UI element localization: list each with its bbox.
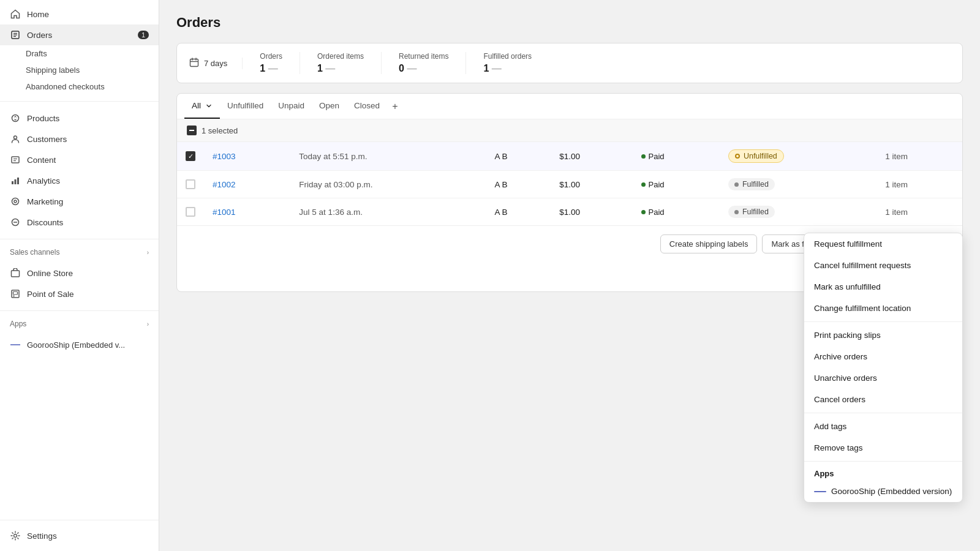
order-id-1001[interactable]: #1001 xyxy=(213,208,236,217)
svg-point-22 xyxy=(14,534,17,538)
online-store-label: Online Store xyxy=(27,269,73,278)
sidebar-item-customers[interactable]: Customers xyxy=(0,129,159,149)
svg-rect-23 xyxy=(190,59,198,66)
order-amount-1001: $1.00 xyxy=(551,198,632,226)
fulfillment-badge-1001: Fulfilled xyxy=(728,206,775,218)
stats-returned-items-value: 0 — xyxy=(399,63,448,74)
tab-open[interactable]: Open xyxy=(312,94,347,119)
stats-ordered-items-value: 1 — xyxy=(317,63,364,74)
dropdown-item-change-fulfillment-location[interactable]: Change fulfillment location xyxy=(804,298,962,319)
dropdown-item-cancel-orders[interactable]: Cancel orders xyxy=(804,389,962,410)
tab-closed[interactable]: Closed xyxy=(347,94,387,119)
online-store-icon xyxy=(10,268,21,279)
main-area: Orders 7 days Orders 1 — Ordered items 1… xyxy=(159,0,980,551)
sidebar-item-products[interactable]: Products xyxy=(0,108,159,129)
sidebar-sub-orders: Drafts Shipping labels Abandoned checkou… xyxy=(0,45,159,95)
stats-orders-label: Orders xyxy=(260,52,282,61)
sidebar-divider-3 xyxy=(0,310,159,311)
main-content: Orders 7 days Orders 1 — Ordered items 1… xyxy=(159,0,980,551)
table-row: #1001 Jul 5 at 1:36 a.m. A B $1.00 Paid xyxy=(177,198,962,226)
page-title: Orders xyxy=(176,15,963,31)
sidebar-item-shipping-labels[interactable]: Shipping labels xyxy=(26,62,159,78)
sidebar-item-abandoned-checkouts[interactable]: Abandoned checkouts xyxy=(26,78,159,95)
row-checkbox-1003[interactable]: ✓ xyxy=(186,151,195,161)
products-label: Products xyxy=(27,114,59,123)
sidebar-item-online-store[interactable]: Online Store xyxy=(0,263,159,283)
stats-ordered-items-label: Ordered items xyxy=(317,52,364,61)
settings-icon xyxy=(10,530,21,541)
goorooship-label: GoorooShip (Embedded v... xyxy=(27,340,125,350)
stats-returned-items-label: Returned items xyxy=(399,52,448,61)
dropdown-item-goorooship[interactable]: GoorooShip (Embedded version) xyxy=(804,481,962,502)
order-id-1003[interactable]: #1003 xyxy=(213,152,236,161)
sidebar-item-content[interactable]: Content xyxy=(0,149,159,170)
order-date-1001: Jul 5 at 1:36 a.m. xyxy=(290,198,486,226)
goorooship-icon: — xyxy=(10,339,21,350)
payment-badge-1001: Paid xyxy=(641,208,665,217)
dropdown-item-cancel-fulfillment-requests[interactable]: Cancel fulfillment requests xyxy=(804,255,962,276)
svg-rect-8 xyxy=(12,157,19,163)
stats-returned-items: Returned items 0 — xyxy=(382,52,466,74)
customers-label: Customers xyxy=(27,135,67,144)
products-icon xyxy=(10,113,21,124)
payment-badge-1002: Paid xyxy=(641,180,665,189)
tab-unfulfilled[interactable]: Unfulfilled xyxy=(220,94,271,119)
tab-unpaid[interactable]: Unpaid xyxy=(271,94,312,119)
marketing-label: Marketing xyxy=(27,197,63,206)
tabs-bar: All Unfulfilled Unpaid Open Closed + xyxy=(177,94,962,119)
dropdown-item-unarchive-orders[interactable]: Unarchive orders xyxy=(804,367,962,389)
sidebar-item-analytics[interactable]: Analytics xyxy=(0,170,159,191)
sales-channels-arrow[interactable]: › xyxy=(147,249,149,256)
svg-rect-18 xyxy=(12,271,20,277)
row-checkbox-1002[interactable] xyxy=(186,179,195,189)
stats-orders: Orders 1 — xyxy=(243,52,300,74)
pos-icon xyxy=(10,288,21,299)
stats-fulfilled-orders-value: 1 — xyxy=(483,63,532,74)
sidebar-item-marketing[interactable]: Marketing xyxy=(0,191,159,212)
orders-badge: 1 xyxy=(138,31,149,39)
create-shipping-labels-button[interactable]: Create shipping labels xyxy=(660,234,758,253)
sidebar-item-drafts[interactable]: Drafts xyxy=(26,45,159,62)
tab-add-button[interactable]: + xyxy=(387,95,402,118)
paid-dot xyxy=(641,210,646,214)
sidebar-sales-channels: Online Store Point of Sale xyxy=(0,259,159,308)
stats-fulfilled-orders-label: Fulfilled orders xyxy=(483,52,532,61)
order-amount-1003: $1.00 xyxy=(551,142,632,171)
sidebar-item-point-of-sale[interactable]: Point of Sale xyxy=(0,283,159,304)
dropdown-item-remove-tags[interactable]: Remove tags xyxy=(804,437,962,459)
goorooship-app-label: GoorooShip (Embedded version) xyxy=(831,487,952,496)
order-items-1002: 1 item xyxy=(876,171,962,198)
goorooship-app-icon xyxy=(814,491,826,492)
tab-all[interactable]: All xyxy=(184,94,220,119)
order-amount-1002: $1.00 xyxy=(551,171,632,198)
dropdown-item-add-tags[interactable]: Add tags xyxy=(804,416,962,437)
payment-badge-1003: Paid xyxy=(641,152,665,161)
sidebar-item-settings[interactable]: Settings xyxy=(0,525,159,546)
sidebar-item-home[interactable]: Home xyxy=(0,4,159,24)
stats-period: 7 days xyxy=(189,58,243,69)
sidebar-sales-channels-section: Sales channels › xyxy=(0,242,159,259)
stats-fulfilled-orders: Fulfilled orders 1 — xyxy=(466,52,549,74)
sidebar-item-discounts[interactable]: Discounts xyxy=(0,212,159,233)
dropdown-item-print-packing-slips[interactable]: Print packing slips xyxy=(804,324,962,346)
selection-bar: 1 selected xyxy=(177,119,962,142)
content-icon xyxy=(10,154,21,165)
svg-marker-6 xyxy=(14,119,17,121)
row-checkbox-1001[interactable] xyxy=(186,207,195,217)
sidebar-item-orders[interactable]: Orders 1 xyxy=(0,24,159,45)
apps-arrow[interactable]: › xyxy=(147,321,149,328)
order-id-1002[interactable]: #1002 xyxy=(213,180,236,189)
discounts-icon xyxy=(10,217,21,228)
discounts-label: Discounts xyxy=(27,218,63,227)
sidebar-item-goorooship[interactable]: — GoorooShip (Embedded v... xyxy=(0,334,159,355)
table-row: #1002 Friday at 03:00 p.m. A B $1.00 Pai… xyxy=(177,171,962,198)
fulfilled-dot xyxy=(734,182,739,187)
orders-icon xyxy=(10,29,21,40)
dropdown-item-mark-as-unfulfilled[interactable]: Mark as unfulfilled xyxy=(804,276,962,298)
marketing-icon xyxy=(10,196,21,207)
abandoned-checkouts-label: Abandoned checkouts xyxy=(26,82,105,91)
dropdown-item-archive-orders[interactable]: Archive orders xyxy=(804,346,962,367)
select-all-checkbox[interactable] xyxy=(187,126,197,135)
dropdown-item-request-fulfillment[interactable]: Request fulfillment xyxy=(804,233,962,255)
apps-label: Apps xyxy=(10,320,26,328)
